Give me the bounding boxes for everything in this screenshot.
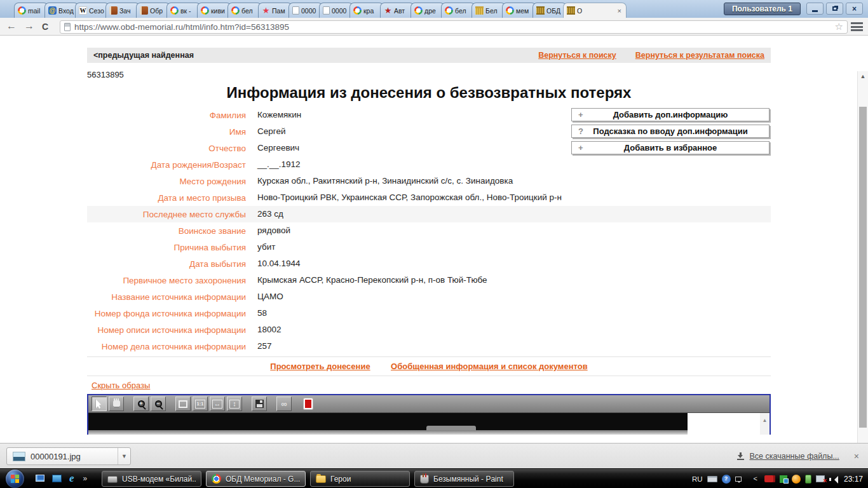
browser-tab[interactable]: ОБД × (532, 3, 567, 18)
tab-title: вк - (180, 7, 197, 15)
taskbar-window-button[interactable]: Безымянный - Paint (414, 471, 514, 487)
restore-button[interactable] (826, 3, 843, 15)
browser-tab[interactable]: бел × (227, 3, 262, 18)
field-label: Последнее место службы (87, 210, 246, 219)
browser-tab[interactable]: @ Вход × (44, 3, 79, 18)
address-bar[interactable]: https://www.obd-memorial.ru/html/info.ht… (60, 20, 848, 34)
browser-tab[interactable]: Обр × (136, 3, 170, 18)
zoom-in-tool-button[interactable]: + (133, 396, 149, 411)
keyboard-tray-icon[interactable] (707, 476, 717, 482)
network-error-tray-icon[interactable]: × (816, 475, 825, 482)
taskbar-window-button[interactable]: Герои (310, 471, 410, 487)
scrollbar-thumb[interactable] (859, 107, 867, 428)
actual-size-tool-button[interactable]: 1:1 (193, 396, 208, 411)
browser-tab[interactable]: Зач × (105, 3, 140, 18)
browser-tab[interactable]: Бел × (471, 3, 506, 18)
reload-button[interactable]: C (42, 22, 48, 32)
side-action-button[interactable]: + Добавить доп.информацию (571, 108, 770, 121)
show-desktop-tray-icon[interactable] (735, 477, 742, 482)
browser-tab[interactable]: бел × (441, 3, 475, 18)
fit-height-tool-button[interactable]: ↕ (227, 396, 242, 411)
help-tray-icon[interactable]: ? (722, 475, 731, 484)
paint-app-icon (420, 475, 429, 484)
back-button[interactable]: ← (6, 20, 17, 32)
window-switcher-icon[interactable] (36, 475, 44, 482)
power-tray-icon[interactable] (805, 475, 811, 484)
browser-tab[interactable]: 0000 × (288, 3, 323, 18)
pdf-tool-button[interactable] (301, 396, 315, 411)
file-dropdown-icon[interactable]: ▼ (118, 448, 130, 464)
forward-button[interactable]: → (24, 20, 34, 32)
side-action-button[interactable]: + Добавить в избранное (571, 141, 770, 154)
pointer-tool-button[interactable] (92, 396, 107, 411)
field-value: Сергей (257, 126, 285, 137)
save-tool-button[interactable] (252, 396, 267, 411)
link-tool-button[interactable]: ∞ (276, 396, 292, 411)
scanned-document-image[interactable] (88, 413, 688, 435)
tab-title: mail (28, 7, 44, 15)
volume-tray-icon[interactable] (829, 475, 837, 483)
field-row: Воинское звание рядовой (87, 222, 771, 239)
select-region-tool-button[interactable] (175, 396, 191, 411)
show-desktop-icon[interactable] (52, 475, 62, 482)
quick-launch-chevron-icon[interactable]: » (83, 474, 88, 483)
google-favicon-icon (18, 6, 26, 15)
back-to-results-link[interactable]: Вернуться к результатам поиска (635, 51, 764, 60)
downloaded-file-button[interactable]: 00000191.jpg ▼ (6, 447, 131, 465)
tab-title: бел (241, 7, 258, 15)
previous-record-link[interactable]: <предыдущая найденная (93, 51, 194, 60)
browser-tab[interactable]: ★ Пам × (258, 3, 292, 18)
hide-images-link[interactable]: Скрыть образы (92, 381, 150, 390)
folder-app-icon (316, 475, 326, 483)
menu-icon[interactable] (851, 22, 863, 31)
taskbar-window-button[interactable]: ОБД Мемориал - G... (206, 471, 306, 487)
image-viewer: + − 1:1 (87, 394, 771, 435)
browser-tab[interactable]: О × (563, 3, 627, 18)
taskbar-window-button[interactable]: USB-модем «Билай... (102, 471, 201, 487)
start-button[interactable] (6, 470, 24, 488)
google-favicon-icon (506, 6, 514, 15)
side-action-button[interactable]: ? Подсказка по вводу доп.информации (571, 125, 770, 138)
browser-scrollbar[interactable]: ▲ ▼ (857, 71, 868, 443)
back-to-search-link[interactable]: Вернуться к поиску (538, 51, 616, 60)
browser-tab[interactable]: 0000 × (319, 3, 353, 18)
browser-tab[interactable]: mail × (14, 3, 48, 18)
field-label: Место рождения (87, 177, 246, 186)
viewer-scrollbar[interactable]: ▲ (760, 413, 770, 435)
ati-tray-icon[interactable] (764, 475, 775, 482)
profile-button[interactable]: Пользователь 1 (724, 3, 801, 15)
network-app-tray-icon[interactable] (780, 475, 787, 483)
clock[interactable]: 23:17 (844, 475, 863, 484)
browser-tab[interactable]: дре × (410, 3, 445, 18)
browser-tab[interactable]: киви × (197, 3, 231, 18)
fit-width-tool-button[interactable]: ↔ (210, 396, 225, 411)
punto-switcher-tray-icon[interactable] (792, 475, 801, 484)
field-row: Дата рождения/Возраст __.__.1912 (87, 156, 771, 173)
tab-close-icon[interactable]: × (616, 7, 623, 15)
zoom-out-tool-button[interactable]: − (151, 396, 166, 411)
browser-tab[interactable]: мем × (502, 3, 536, 18)
pan-tool-button[interactable] (109, 396, 124, 411)
side-buttons: + Добавить доп.информацию ? Подсказка по… (571, 108, 770, 158)
internet-explorer-icon[interactable]: e (69, 473, 74, 484)
hidden-icons-chevron-tray-icon[interactable]: < (754, 475, 757, 482)
url-text[interactable]: https://www.obd-memorial.ru/html/info.ht… (74, 22, 831, 32)
download-bar-close-icon[interactable]: × (854, 451, 859, 461)
all-downloads-link[interactable]: Все скачанные файлы... (750, 452, 839, 461)
document-link[interactable]: Обобщенная информация и список документо… (391, 362, 588, 371)
browser-tab[interactable]: ★ Авт × (380, 3, 414, 18)
viewer-scroll-up-icon[interactable]: ▲ (763, 417, 768, 423)
browser-tab[interactable]: вк - × (166, 3, 201, 18)
minimize-button[interactable] (806, 3, 824, 15)
field-row: Причина выбытия убит (87, 239, 771, 255)
field-label: Номер фонда источника информации (87, 309, 246, 318)
scroll-up-icon[interactable]: ▲ (858, 71, 868, 81)
language-indicator[interactable]: RU (692, 475, 703, 483)
document-link[interactable]: Просмотреть донесение (270, 362, 370, 371)
field-label: Имя (87, 127, 246, 137)
restore-icon (832, 6, 837, 11)
browser-tab[interactable]: W Сезо × (75, 3, 109, 18)
close-button[interactable]: × (846, 3, 863, 15)
browser-tab[interactable]: кра × (349, 3, 384, 18)
bookmark-star-icon[interactable]: ☆ (835, 21, 843, 32)
